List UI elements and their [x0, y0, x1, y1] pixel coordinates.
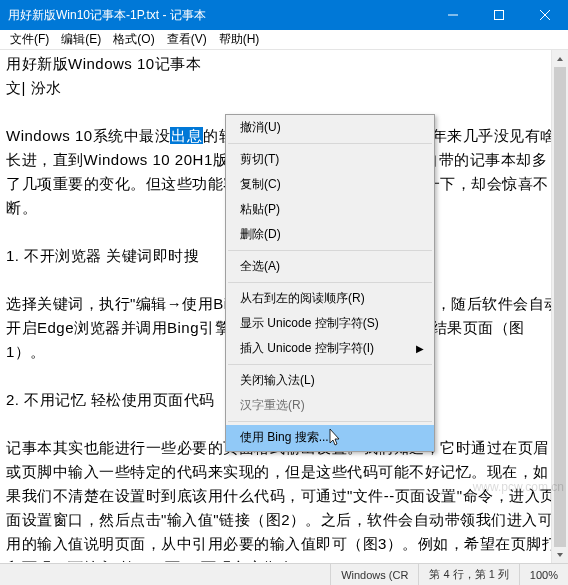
status-position: 第 4 行，第 1 列 [418, 564, 518, 585]
paragraph: 记事本其实也能进行一些必要的页面格式输出设置。我们知道，它时通过在页眉或页脚中输… [6, 436, 562, 562]
menu-help[interactable]: 帮助(H) [213, 29, 266, 50]
status-encoding: Windows (CR [330, 564, 418, 585]
ctx-bing-search[interactable]: 使用 Bing 搜索... [226, 425, 434, 451]
cursor-icon [329, 429, 343, 447]
text: Windows 10系统中最没 [6, 127, 170, 144]
scroll-track[interactable] [552, 67, 568, 546]
doc-byline: 文| 汾水 [6, 76, 562, 100]
separator [228, 143, 432, 144]
menu-edit[interactable]: 编辑(E) [55, 29, 107, 50]
doc-heading: 用好新版Windows 10记事本 [6, 52, 562, 76]
separator [228, 421, 432, 422]
context-menu: 撤消(U) 剪切(T) 复制(C) 粘贴(P) 删除(D) 全选(A) 从右到左… [225, 114, 435, 452]
submenu-arrow-icon: ▶ [416, 343, 424, 354]
scroll-up-button[interactable] [552, 50, 568, 67]
minimize-button[interactable] [430, 0, 476, 30]
menu-format[interactable]: 格式(O) [107, 29, 160, 50]
ctx-show-unicode[interactable]: 显示 Unicode 控制字符(S) [226, 311, 434, 336]
status-zoom: 100% [519, 564, 568, 585]
ctx-label: 使用 Bing 搜索... [240, 430, 329, 444]
ctx-cut[interactable]: 剪切(T) [226, 147, 434, 172]
separator [228, 282, 432, 283]
ctx-insert-unicode[interactable]: 插入 Unicode 控制字符(I)▶ [226, 336, 434, 361]
menubar: 文件(F) 编辑(E) 格式(O) 查看(V) 帮助(H) [0, 30, 568, 50]
ctx-close-ime[interactable]: 关闭输入法(L) [226, 368, 434, 393]
titlebar: 用好新版Win10记事本-1P.txt - 记事本 [0, 0, 568, 30]
separator [228, 364, 432, 365]
menu-file[interactable]: 文件(F) [4, 29, 55, 50]
ctx-copy[interactable]: 复制(C) [226, 172, 434, 197]
menu-view[interactable]: 查看(V) [161, 29, 213, 50]
scroll-thumb[interactable] [554, 67, 566, 547]
separator [228, 250, 432, 251]
ctx-reconvert: 汉字重选(R) [226, 393, 434, 418]
ctx-delete[interactable]: 删除(D) [226, 222, 434, 247]
close-button[interactable] [522, 0, 568, 30]
svg-rect-1 [495, 11, 504, 20]
ctx-label: 插入 Unicode 控制字符(I) [240, 340, 374, 357]
ctx-undo[interactable]: 撤消(U) [226, 115, 434, 140]
maximize-button[interactable] [476, 0, 522, 30]
ctx-rtl[interactable]: 从右到左的阅读顺序(R) [226, 286, 434, 311]
ctx-paste[interactable]: 粘贴(P) [226, 197, 434, 222]
scroll-down-button[interactable] [552, 546, 568, 563]
window-title: 用好新版Win10记事本-1P.txt - 记事本 [8, 7, 430, 24]
window-buttons [430, 0, 568, 30]
selected-text: 出息 [170, 127, 203, 144]
statusbar: Windows (CR 第 4 行，第 1 列 100% [0, 563, 568, 585]
vertical-scrollbar[interactable] [551, 50, 568, 563]
ctx-selectall[interactable]: 全选(A) [226, 254, 434, 279]
